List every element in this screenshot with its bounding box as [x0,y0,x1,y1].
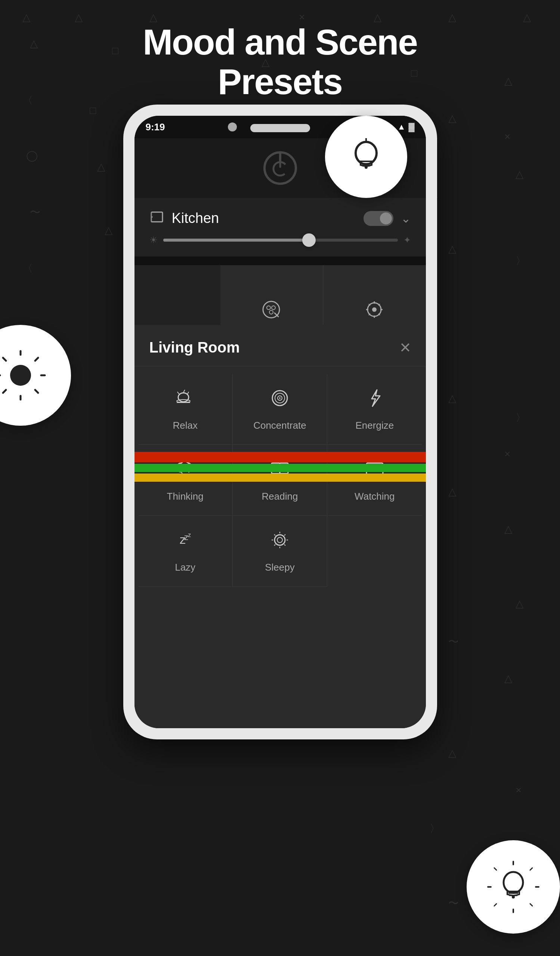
preset-concentrate[interactable]: Concentrate [233,374,327,445]
floating-bulb-top [325,116,407,198]
concentrate-label: Concentrate [253,420,306,431]
svg-point-11 [269,310,273,314]
phone-screen: 9:19 ▦ ▼ ✳ ▐▌ ▲ ▲ ▓ [134,116,426,728]
panel-title: Living Room [149,339,240,356]
energize-label: Energize [356,420,394,431]
svg-line-72 [35,390,38,393]
kitchen-card: Kitchen ⌄ ☀ ✦ [134,198,426,256]
power-button[interactable] [263,151,297,185]
floating-bulb-bottom [467,840,560,934]
concentrate-icon [269,387,291,414]
svg-point-64 [365,166,368,169]
sleepy-label: Sleepy [265,561,295,573]
svg-line-59 [284,535,285,536]
kitchen-name: Kitchen [172,210,363,226]
watching-label: Watching [354,491,395,502]
svg-point-14 [372,307,377,312]
energize-icon [363,387,386,414]
preset-energize[interactable]: Energize [327,374,422,445]
bulb-top-icon [344,134,389,179]
svg-line-60 [274,544,275,546]
scene-icon [261,299,282,320]
relax-label: Relax [173,420,197,431]
slider-thumb[interactable] [302,233,316,247]
close-button[interactable]: × [400,338,411,357]
phone-speaker [250,124,310,132]
slider-fill [163,239,316,242]
svg-point-31 [279,397,280,399]
svg-rect-2 [151,212,162,222]
battery-icon: ▓ [408,122,414,132]
phone-mockup: 9:19 ▦ ▼ ✳ ▐▌ ▲ ▲ ▓ [123,105,437,739]
status-time: 9:19 [146,121,165,133]
toggle-knob [380,212,392,225]
brightness-row: ☀ ✦ [149,235,411,245]
sleepy-icon [269,529,291,556]
svg-line-58 [284,544,285,546]
svg-point-83 [503,872,523,893]
panel-header: Living Room × [134,325,426,366]
phone-camera [228,123,237,131]
svg-line-79 [494,868,497,870]
svg-point-10 [272,306,275,310]
expand-icon[interactable]: ⌄ [401,211,411,226]
brightness-slider[interactable] [163,239,398,242]
stripe-yellow [134,473,426,482]
svg-text:z: z [188,532,191,538]
power-icon [271,159,289,178]
brightness-low-icon: ☀ [149,235,158,245]
relax-icon [174,387,197,414]
brightness-high-icon: ✦ [403,235,411,245]
lazy-label: Lazy [175,561,195,573]
room-icon [149,209,164,227]
svg-point-51 [275,535,285,545]
svg-line-71 [3,358,6,361]
preset-relax[interactable]: Relax [138,374,233,445]
svg-line-73 [35,358,38,361]
svg-line-81 [530,868,532,870]
kitchen-toggle[interactable] [363,211,393,226]
svg-point-52 [277,538,282,542]
thinking-label: Thinking [167,491,204,502]
svg-line-80 [530,904,532,906]
living-room-panel: Living Room × [134,325,426,728]
reading-label: Reading [262,491,298,502]
stripe-green [134,464,426,472]
svg-line-74 [3,390,6,393]
bulb-bottom-icon [487,861,540,913]
svg-point-9 [267,306,271,310]
signal-icon: ▲ [398,122,406,132]
sun-icon [0,347,49,403]
preset-sleepy[interactable]: Sleepy [233,516,327,586]
svg-point-4 [151,216,153,218]
page-title: Mood and Scene Presets [0,22,560,101]
svg-line-57 [274,535,275,536]
fader-icon [364,299,385,320]
stripe-red [134,452,426,462]
svg-line-82 [494,904,497,906]
preset-lazy[interactable]: z z z Lazy [138,516,233,586]
svg-point-86 [512,896,515,898]
svg-point-66 [10,365,31,386]
kitchen-row: Kitchen ⌄ [149,209,411,227]
svg-marker-32 [372,390,380,406]
lazy-icon: z z z [174,529,197,556]
